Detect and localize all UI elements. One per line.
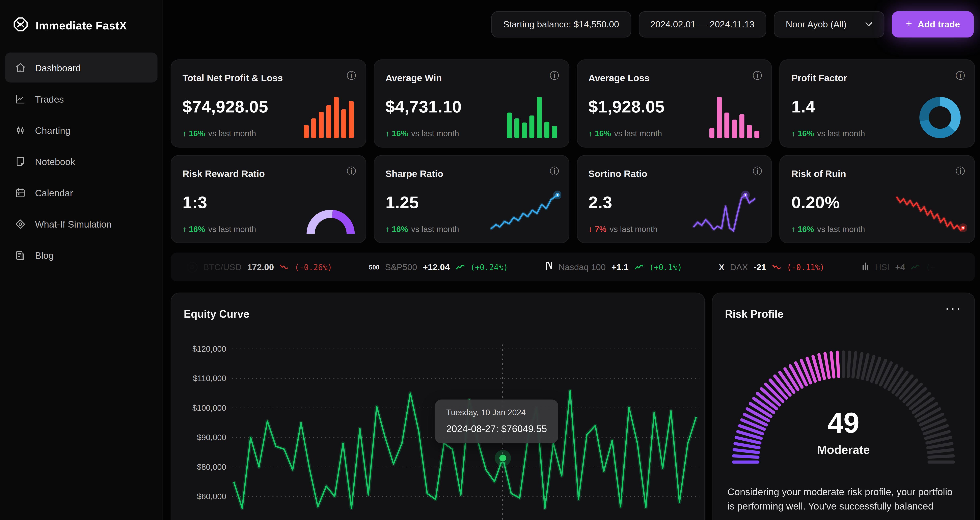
info-icon[interactable]: ⓘ — [550, 166, 559, 177]
trend-up-icon — [911, 262, 920, 273]
ticker-item-s-p500: 500S&P500+12.04(+0.24%) — [369, 262, 508, 273]
svg-text:$60,000: $60,000 — [197, 492, 226, 501]
delta-note: vs last month — [817, 129, 865, 138]
brand: Immediate FastX — [0, 0, 162, 35]
account-select-label: Noor Ayob (All) — [786, 19, 846, 29]
svg-text:$80,000: $80,000 — [197, 463, 226, 472]
stat-card-title: Risk Reward Ratio — [183, 168, 265, 179]
stat-card-delta: ↑ 16%vs last month — [791, 225, 865, 234]
tooltip-value: 2024-08-27: $76049.55 — [446, 423, 547, 435]
sidebar-item-blog[interactable]: Blog — [5, 240, 158, 270]
equity-curve-panel: Equity Curve $120,000$110,000$100,000$90… — [171, 293, 705, 520]
ticker-item-hsi: HSI+4(+0.2%) — [861, 261, 959, 273]
sidebar-item-label: Dashboard — [35, 62, 81, 73]
ticker-symbol: HSI — [875, 262, 889, 272]
hsi-icon — [861, 261, 869, 273]
ticker-symbol: S&P500 — [385, 262, 417, 272]
stat-card-delta: ↑ 16%vs last month — [589, 129, 662, 138]
ticker-symbol: BTC/USD — [203, 262, 242, 272]
info-icon[interactable]: ⓘ — [347, 70, 356, 82]
arrow-up-icon: ↑ 16% — [183, 129, 205, 138]
account-select[interactable]: Noor Ayob (All) — [774, 11, 885, 37]
starting-balance-pill: Starting balance: $14,550.00 — [491, 11, 631, 37]
trend-up-icon — [455, 262, 465, 273]
stat-card-value: 1:3 — [183, 193, 207, 213]
stat-card-value: 1.4 — [791, 97, 815, 117]
stat-card-title: Sharpe Ratio — [385, 168, 443, 179]
ticker-item-dax: XDAX-21(-0.11%) — [719, 262, 824, 273]
sidebar-item-label: Notebook — [35, 156, 75, 167]
ticker-change: (+0.24%) — [471, 262, 508, 272]
notebook-icon — [14, 155, 26, 167]
ticker-symbol: Nasdaq 100 — [558, 262, 606, 272]
screen: Immediate FastX DashboardTradesChartingN… — [0, 0, 980, 520]
sidebar-item-dashboard[interactable]: Dashboard — [5, 53, 158, 83]
sparkline-bar-chart — [301, 94, 358, 141]
brand-logo-icon — [13, 16, 29, 35]
stat-card-average-win: Average Winⓘ$4,731.10↑ 16%vs last month — [374, 59, 569, 148]
sparkline-bar-chart — [503, 94, 561, 141]
stat-card-delta: ↑ 16%vs last month — [385, 225, 459, 234]
main-area: Starting balance: $14,550.00 2024.02.01 … — [162, 0, 980, 520]
sidebar-item-calendar[interactable]: Calendar — [5, 177, 158, 207]
sidebar-item-charting[interactable]: Charting — [5, 115, 158, 145]
date-range-picker[interactable]: 2024.02.01 — 2024.11.13 — [638, 11, 767, 37]
info-icon[interactable]: ⓘ — [753, 70, 762, 82]
stat-card-risk-of-ruin: Risk of Ruinⓘ0.20%↑ 16%vs last month — [780, 155, 975, 243]
more-menu-icon[interactable]: ··· — [945, 301, 962, 316]
sidebar-item-label: Charting — [35, 125, 70, 136]
stat-card-value: $1,928.05 — [589, 97, 665, 117]
brand-name: Immediate FastX — [36, 19, 127, 32]
arrow-up-icon: ↑ 16% — [385, 129, 408, 138]
sidebar: Immediate FastX DashboardTradesChartingN… — [0, 0, 163, 520]
stat-card-delta: ↑ 16%vs last month — [385, 129, 459, 138]
plus-icon: + — [906, 18, 912, 30]
stat-card-title: Risk of Ruin — [791, 168, 846, 179]
sidebar-item-trades[interactable]: Trades — [5, 84, 158, 114]
add-trade-label: Add trade — [918, 19, 960, 29]
ticker-value: +1.1 — [611, 262, 628, 272]
info-icon[interactable]: ⓘ — [753, 166, 762, 177]
sidebar-item-label: Trades — [35, 94, 64, 104]
stat-card-value: 1.25 — [385, 193, 419, 213]
ticker-value: +12.04 — [423, 262, 450, 272]
sparkline-line-chart — [490, 190, 561, 236]
stat-cards: Total Net Profit & Lossⓘ$74,928.05↑ 16%v… — [171, 59, 975, 243]
stat-card-sortino-ratio: Sortino Ratioⓘ2.3↓ 7%vs last month — [577, 155, 772, 243]
info-icon[interactable]: ⓘ — [347, 166, 356, 177]
trend-down-icon — [772, 262, 781, 273]
stat-card-delta: ↑ 16%vs last month — [183, 129, 256, 138]
sidebar-item-notebook[interactable]: Notebook — [5, 146, 158, 176]
ticker-item-nasdaq-100: Nasdaq 100+1.1(+0.1%) — [545, 261, 682, 273]
btc-icon: B — [187, 262, 198, 272]
stat-card-title: Sortino Ratio — [589, 168, 648, 179]
arrow-up-icon: ↑ 16% — [385, 225, 408, 234]
stat-card-title: Total Net Profit & Loss — [183, 73, 283, 83]
sidebar-item-label: What-If Simulation — [35, 219, 111, 229]
stat-card-value: 0.20% — [791, 193, 840, 213]
svg-text:$90,000: $90,000 — [197, 433, 226, 442]
svg-text:$120,000: $120,000 — [192, 344, 226, 354]
ticker-symbol: DAX — [730, 262, 748, 272]
ticker-change: (+0.2%) — [926, 262, 959, 272]
stat-card-profit-factor: Profit Factorⓘ1.4↑ 16%vs last month — [780, 59, 975, 148]
stat-card-total-net-profit-loss: Total Net Profit & Lossⓘ$74,928.05↑ 16%v… — [171, 59, 366, 148]
nasdaq-icon — [545, 261, 553, 273]
trend-down-icon — [280, 262, 289, 273]
trend-up-icon — [634, 262, 644, 273]
risk-level: Moderate — [713, 443, 974, 457]
add-trade-button[interactable]: + Add trade — [892, 11, 974, 37]
sparkline-line-chart — [896, 190, 967, 236]
sidebar-item-what-if-simulation[interactable]: What-If Simulation — [5, 209, 158, 239]
info-icon[interactable]: ⓘ — [550, 70, 559, 82]
delta-note: vs last month — [208, 129, 256, 138]
info-icon[interactable]: ⓘ — [956, 70, 965, 82]
stat-card-sharpe-ratio: Sharpe Ratioⓘ1.25↑ 16%vs last month — [374, 155, 569, 243]
home-icon — [14, 61, 26, 74]
arrow-up-icon: ↑ 16% — [791, 225, 814, 234]
stat-card-title: Profit Factor — [791, 73, 847, 83]
topbar: Starting balance: $14,550.00 2024.02.01 … — [162, 11, 974, 37]
risk-profile-panel: Risk Profile ··· 49 Moderate Considering… — [712, 293, 975, 520]
info-icon[interactable]: ⓘ — [956, 166, 965, 177]
calendar-icon — [14, 186, 26, 199]
